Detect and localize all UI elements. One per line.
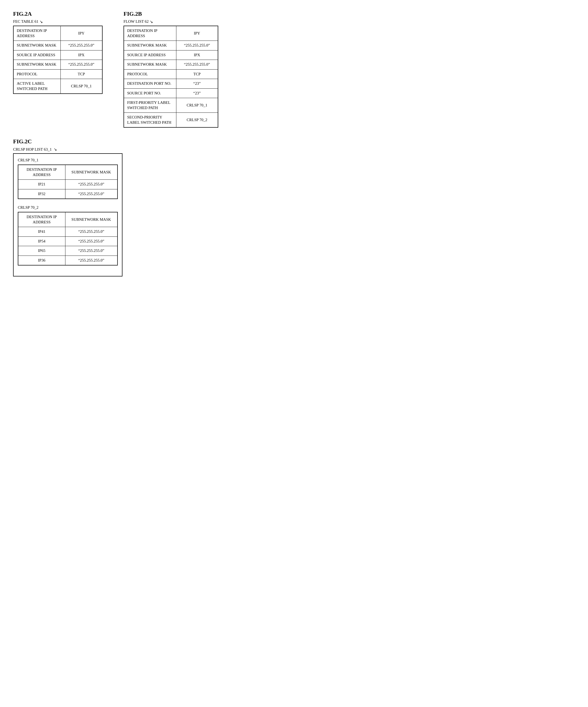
table-row: SUBNETWORK MASK“255.255.255.0” [124, 41, 218, 50]
table-row: FIRST-PRIORITY LABEL SWITCHED PATHCRLSP … [124, 98, 218, 113]
table-row: SUBNETWORK MASK“255.255.255.0” [13, 41, 102, 50]
fig2c-block: FIG.2C CRLSP HOP LIST 63_1 ↘ CRLSP 70_1 … [13, 138, 575, 276]
crlsp1-label: CRLSP 70_1 [18, 158, 118, 162]
fig2a-block: FIG.2A FEC TABLE 61 ↘ DESTINATION IP ADD… [13, 10, 103, 94]
crlsp-hop-list-container: CRLSP 70_1 DESTINATION IP ADDRESSSUBNETW… [13, 153, 123, 276]
table-row: IP21“255.255.255.0” [18, 180, 118, 189]
crlsp1-block: CRLSP 70_1 DESTINATION IP ADDRESSSUBNETW… [18, 158, 118, 199]
table-row: DESTINATION IP ADDRESSIPY [13, 26, 102, 41]
table-row: SOURCE IP ADDRESSIPX [124, 50, 218, 60]
table-row: SUBNETWORK MASK“255.255.255.0” [124, 60, 218, 70]
crlsp2-label: CRLSP 70_2 [18, 205, 118, 210]
fig2a-table: DESTINATION IP ADDRESSIPYSUBNETWORK MASK… [13, 26, 103, 94]
fig2c-hop-list-label: CRLSP HOP LIST 63_1 ↘ [13, 147, 575, 152]
table-row: IP36“255.255.255.0” [18, 256, 118, 265]
crlsp2-block: CRLSP 70_2 DESTINATION IP ADDRESSSUBNETW… [18, 205, 118, 266]
table-row: DESTINATION PORT NO.“23” [124, 79, 218, 89]
crlsp2-table: DESTINATION IP ADDRESSSUBNETWORK MASK IP… [18, 212, 118, 266]
fig2a-heading: FIG.2A [13, 10, 103, 17]
fig2b-table-label: FLOW LIST 62 ↘ [124, 19, 218, 24]
crlsp1-table: DESTINATION IP ADDRESSSUBNETWORK MASK IP… [18, 165, 118, 199]
table-row: PROTOCOLTCP [124, 69, 218, 79]
table-row: ACTIVE LABEL SWITCHED PATHCRLSP 70_1 [13, 79, 102, 94]
fig2b-block: FIG.2B FLOW LIST 62 ↘ DESTINATION IP ADD… [124, 10, 218, 128]
fig2c-heading: FIG.2C [13, 138, 575, 145]
table-row: PROTOCOLTCP [13, 69, 102, 79]
table-row: SOURCE IP ADDRESSIPX [13, 50, 102, 60]
table-row: SUBNETWORK MASK“255.255.255.0” [13, 60, 102, 70]
fig2b-heading: FIG.2B [124, 10, 218, 17]
fig2b-table: DESTINATION IP ADDRESSIPYSUBNETWORK MASK… [124, 26, 218, 128]
fig2a-table-label: FEC TABLE 61 ↘ [13, 19, 103, 24]
table-row: IP65“255.255.255.0” [18, 246, 118, 256]
table-row: SECOND-PRIORITY LABEL SWITCHED PATHCRLSP… [124, 113, 218, 128]
table-row: IP41“255.255.255.0” [18, 227, 118, 237]
table-row: SOURCE PORT NO.“23” [124, 89, 218, 98]
table-row: DESTINATION IP ADDRESSIPY [124, 26, 218, 41]
table-row: IP54“255.255.255.0” [18, 236, 118, 246]
table-row: IP32“255.255.255.0” [18, 189, 118, 199]
